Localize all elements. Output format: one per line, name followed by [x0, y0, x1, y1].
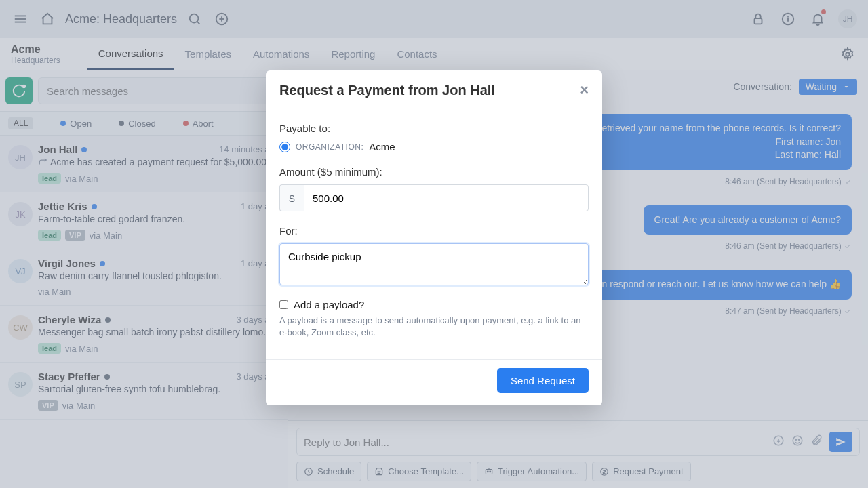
payment-request-modal: Request a Payment from Jon Hall × Payabl… — [266, 70, 602, 405]
send-request-button[interactable]: Send Request — [497, 368, 589, 393]
payable-label: Payable to: — [279, 123, 589, 134]
amount-input[interactable] — [304, 184, 589, 211]
modal-title: Request a Payment from Jon Hall — [279, 83, 495, 98]
payable-org-radio[interactable] — [279, 142, 290, 152]
payload-label: Add a payload? — [294, 299, 364, 310]
for-textarea[interactable] — [279, 243, 589, 285]
for-label: For: — [279, 225, 589, 237]
org-value: Acme — [369, 141, 395, 152]
org-caption: ORGANIZATION: — [296, 142, 363, 152]
add-payload-checkbox[interactable] — [279, 300, 288, 309]
amount-label: Amount ($5 minimum): — [279, 166, 589, 178]
payload-help: A payload is a message to send automatic… — [279, 314, 589, 339]
close-icon[interactable]: × — [580, 81, 589, 99]
currency-prefix: $ — [279, 184, 304, 211]
